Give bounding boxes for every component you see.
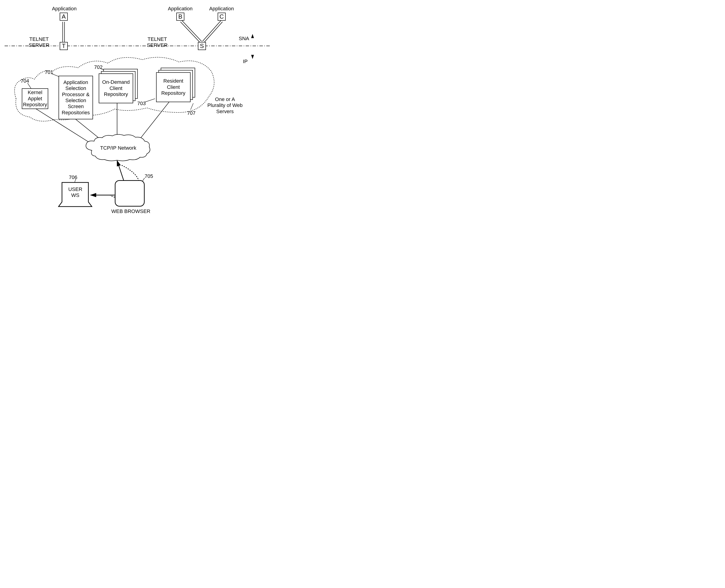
resident-repository-front: Resident Client Repository <box>156 72 190 102</box>
application-c-label: Application <box>209 6 234 12</box>
application-a-box: A <box>60 13 68 21</box>
application-b-box: B <box>176 13 184 21</box>
web-browser-box <box>115 180 145 207</box>
application-a-letter: A <box>62 13 66 20</box>
svg-line-5 <box>203 21 221 41</box>
kernel-applet-repository-box: Kernel Applet Repository <box>22 88 48 109</box>
web-browser-label: WEB BROWSER <box>110 208 151 214</box>
ref-707: 707 <box>187 110 195 116</box>
user-ws-label: USER WS <box>66 186 84 198</box>
web-servers-label: One or A Plurality of Web Servers <box>205 97 245 114</box>
svg-line-3 <box>181 22 200 42</box>
ref-703: 703 <box>137 101 146 106</box>
telnet-server-right-label: TELNET SERVER <box>147 36 168 48</box>
svg-line-17 <box>190 103 193 110</box>
ref-702: 702 <box>94 64 103 70</box>
application-b-label: Application <box>168 6 193 12</box>
application-b-letter: B <box>179 13 182 20</box>
telnet-t-letter: T <box>62 42 66 49</box>
ref-705: 705 <box>145 173 153 179</box>
svg-line-16 <box>145 99 155 102</box>
telnet-server-left-label: TELNET SERVER <box>29 36 49 48</box>
ref-704: 704 <box>21 78 29 84</box>
ref-701: 701 <box>45 69 53 75</box>
tcpip-network-label: TCP/IP Network <box>100 145 137 151</box>
app-selection-processor-box: Application Selection Processor & Select… <box>59 76 93 119</box>
svg-line-12 <box>136 101 170 145</box>
telnet-s-box: S <box>198 42 206 50</box>
application-c-box: C <box>218 13 226 21</box>
application-a-label: Application <box>51 6 77 12</box>
ref-706: 706 <box>69 174 77 181</box>
svg-line-10 <box>76 119 106 143</box>
svg-line-4 <box>182 21 202 41</box>
ondemand-repository-front: On-Demand Client Repository <box>99 74 133 103</box>
sna-label: SNA <box>239 36 249 42</box>
telnet-t-box: T <box>60 42 68 50</box>
svg-line-20 <box>117 161 124 181</box>
telnet-s-letter: S <box>200 42 204 49</box>
ip-label: IP <box>243 59 248 64</box>
application-c-letter: C <box>220 13 224 20</box>
svg-line-6 <box>204 22 223 42</box>
